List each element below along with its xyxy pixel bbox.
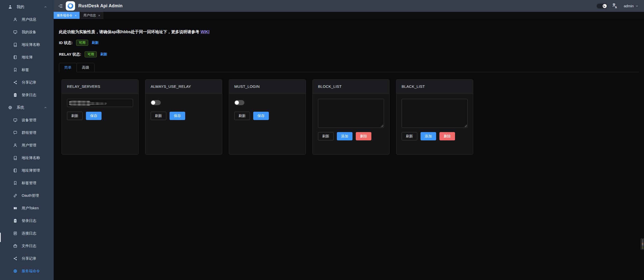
chat-bubble-icon	[13, 131, 17, 135]
gear-icon	[8, 105, 12, 110]
must-login-toggle[interactable]	[234, 100, 244, 105]
delete-button[interactable]: 删除	[356, 132, 371, 140]
sidebar-item-label: 地址簿名称	[22, 42, 40, 47]
sidebar-item-login-logs-admin[interactable]: 登录日志	[0, 214, 54, 227]
close-icon[interactable]: ×	[75, 14, 77, 17]
sidebar-item-share-records-admin[interactable]: 分享记录	[0, 252, 54, 265]
moon-icon	[603, 4, 607, 8]
card-must-login: MUST_LOGIN 刷新 保存	[229, 79, 306, 155]
tab-advanced[interactable]: 高级	[77, 63, 94, 72]
card-black-list: BLACK_LIST 刷新 添加 删除	[396, 79, 473, 155]
save-button[interactable]: 保存	[86, 112, 102, 120]
add-button[interactable]: 添加	[421, 132, 436, 140]
bookmark-icon	[13, 68, 17, 72]
rustdesk-api-admin-screen: 我的 用户信息 我的设备 地址簿名称 地址簿 标签 分享记录	[0, 0, 644, 280]
tab-label: 用户信息	[83, 13, 96, 18]
sidebar-item-label: 服务端命令	[22, 269, 40, 273]
sidebar-item-oauth-mgmt[interactable]: Oauth管理	[0, 189, 54, 202]
sidebar-section-mine[interactable]: 我的	[0, 1, 54, 13]
sidebar-section-system[interactable]: 系统	[0, 101, 54, 114]
sidebar-item-addressbook-names-admin[interactable]: 地址簿名称	[0, 151, 54, 164]
tab-user-info[interactable]: 用户信息 ×	[80, 12, 103, 19]
tab-server-commands[interactable]: 服务端命令 ×	[54, 12, 80, 19]
relay-refresh-link[interactable]: 刷新	[100, 52, 107, 57]
close-icon[interactable]: ×	[98, 14, 100, 17]
sidebar-item-user-mgmt[interactable]: 用户管理	[0, 139, 54, 151]
sidebar-item-addressbook[interactable]: 地址簿	[0, 51, 54, 63]
right-edge-panel-handle[interactable]	[640, 238, 644, 250]
command-cards-row: RELAY_SERVERS 刷新 保存 ALWAYS_USE_RELAY	[61, 79, 639, 155]
sidebar-item-tags[interactable]: 标签	[0, 63, 54, 76]
refresh-button[interactable]: 刷新	[67, 112, 83, 120]
sidebar-item-server-commands[interactable]: 服务端命令	[0, 265, 54, 277]
sidebar: 我的 用户信息 我的设备 地址簿名称 地址簿 标签 分享记录	[0, 0, 54, 280]
redacted-value	[69, 100, 107, 106]
card-relay-servers: RELAY_SERVERS 刷新 保存	[61, 79, 139, 155]
book-icon	[13, 43, 17, 47]
sidebar-item-file-logs[interactable]: 文件日志	[0, 239, 54, 252]
refresh-button[interactable]: 刷新	[318, 132, 334, 140]
user-dropdown[interactable]: admin	[624, 4, 639, 8]
sidebar-item-label: 地址簿名称	[22, 155, 40, 160]
relay-status-badge: 可用	[85, 51, 97, 57]
sidebar-item-label: 分享记录	[22, 80, 36, 85]
experimental-notice: 此处功能为实验性质，请确保api和hbbs处于同一回环地址下，更多说明请参考 W…	[59, 29, 639, 35]
delete-button[interactable]: 删除	[439, 132, 455, 140]
person-icon	[13, 143, 17, 147]
wiki-link[interactable]: WIKI	[201, 30, 210, 34]
sidebar-item-addressbook-names[interactable]: 地址簿名称	[0, 38, 54, 51]
sidebar-item-share-records[interactable]: 分享记录	[0, 76, 54, 89]
bookmark-icon	[13, 181, 17, 185]
chevron-up-icon	[44, 106, 47, 109]
sidebar-item-login-logs[interactable]: 登录日志	[0, 89, 54, 101]
person-filled-icon	[8, 5, 12, 9]
refresh-button[interactable]: 刷新	[402, 132, 417, 140]
sidebar-item-label: 标签管理	[22, 181, 36, 185]
svg-text:A: A	[615, 6, 617, 9]
monitor-icon	[13, 118, 17, 122]
refresh-button[interactable]: 刷新	[151, 112, 166, 120]
save-button[interactable]: 保存	[170, 112, 185, 120]
share-icon	[13, 256, 17, 261]
refresh-button[interactable]: 刷新	[234, 112, 250, 120]
sidebar-item-tag-mgmt[interactable]: 标签管理	[0, 177, 54, 189]
sidebar-item-label: 登录日志	[22, 93, 36, 97]
language-translate-icon[interactable]: 文A	[612, 3, 618, 9]
notebook-icon	[13, 55, 17, 59]
open-tabs-bar: 服务端命令 × 用户信息 ×	[54, 12, 644, 19]
block-list-textarea[interactable]	[318, 99, 384, 128]
always-use-relay-toggle[interactable]	[151, 100, 161, 105]
sidebar-item-label: 分享记录	[22, 256, 36, 261]
save-button[interactable]: 保存	[253, 112, 269, 120]
share-icon	[13, 80, 17, 85]
sidebar-item-device-mgmt[interactable]: 设备管理	[0, 114, 54, 126]
sidebar-item-connection-logs[interactable]: 连接日志	[0, 227, 54, 239]
relay-status-row: RELAY 状态: 可用 刷新	[59, 51, 639, 58]
sidebar-fold-icon[interactable]	[58, 4, 63, 9]
ticket-icon	[13, 206, 17, 210]
sidebar-item-label: 我的设备	[22, 30, 36, 34]
sidebar-item-group-mgmt[interactable]: 群组管理	[0, 126, 54, 139]
card-title: MUST_LOGIN	[229, 79, 306, 94]
relay-servers-input[interactable]	[67, 99, 133, 107]
sidebar-item-label: 文件日志	[22, 244, 36, 248]
id-status-badge: 可用	[76, 40, 88, 46]
sidebar-item-my-devices[interactable]: 我的设备	[0, 26, 54, 38]
id-refresh-link[interactable]: 刷新	[92, 41, 99, 45]
tab-simple[interactable]: 简单	[59, 63, 77, 72]
add-button[interactable]: 添加	[337, 132, 352, 140]
id-status-label: ID 状态:	[59, 41, 73, 45]
sidebar-section-label: 系统	[17, 105, 24, 110]
dark-mode-toggle[interactable]	[596, 3, 607, 9]
sidebar-item-label: 用户管理	[22, 143, 36, 148]
sidebar-item-addressbook-mgmt[interactable]: 地址簿管理	[0, 164, 54, 177]
sidebar-item-user-token[interactable]: 用户Token	[0, 202, 54, 214]
app-title: RustDesk Api Admin	[78, 3, 122, 9]
sidebar-item-user-info[interactable]: 用户信息	[0, 13, 54, 26]
gear-filled-icon	[13, 269, 17, 273]
link-icon	[13, 193, 17, 198]
black-list-textarea[interactable]	[402, 99, 468, 128]
card-block-list: BLOCK_LIST 刷新 添加 删除	[312, 79, 390, 155]
sidebar-item-label: 标签	[22, 67, 29, 72]
tab-label: 服务端命令	[57, 13, 73, 18]
